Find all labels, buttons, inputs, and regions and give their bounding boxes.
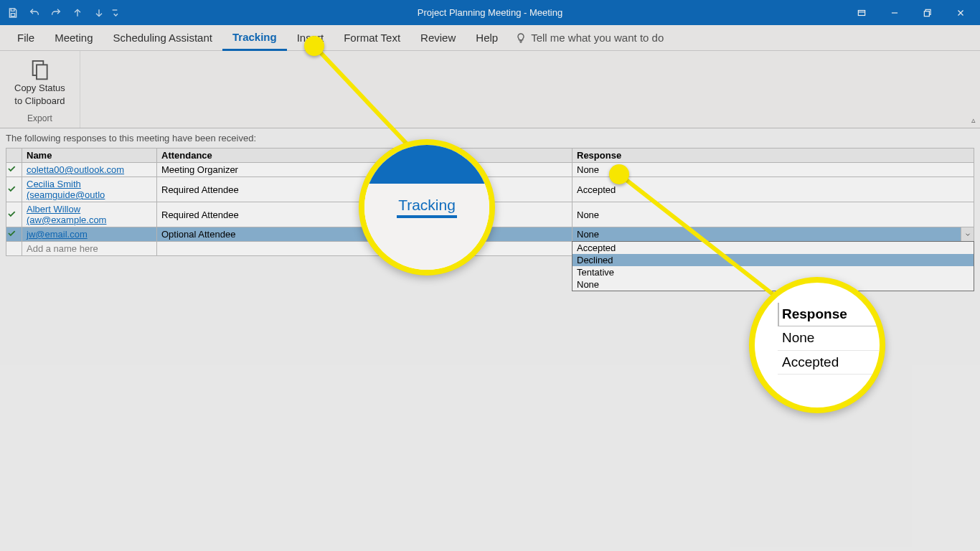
attendee-name-cell[interactable]: jw@email.com	[22, 227, 157, 242]
title-bar: Project Planning Meeting - Meeting	[0, 0, 980, 25]
tab-meeting[interactable]: Meeting	[44, 25, 103, 51]
annotation-highlight-dot	[609, 164, 629, 184]
tell-me-search[interactable]: Tell me what you want to do	[515, 32, 664, 44]
quick-access-toolbar	[3, 3, 122, 23]
add-row-check	[6, 242, 22, 256]
annotation-highlight-dot	[304, 36, 324, 56]
save-icon[interactable]	[3, 3, 23, 23]
attendee-check-icon[interactable]	[6, 227, 22, 242]
copy-status-to-clipboard-button[interactable]: Copy Status to Clipboard	[10, 55, 70, 109]
minimize-button[interactable]	[878, 0, 911, 25]
attendee-check-icon[interactable]	[6, 163, 22, 177]
clipboard-icon	[28, 58, 51, 81]
next-item-icon[interactable]	[89, 3, 109, 23]
svg-rect-5	[37, 65, 47, 79]
dropdown-option[interactable]: Tentative	[573, 266, 974, 278]
ribbon-group-export: Copy Status to Clipboard Export	[0, 51, 80, 128]
tab-review[interactable]: Review	[410, 25, 466, 51]
col-header-response[interactable]: Response	[573, 149, 974, 163]
attendee-check-icon[interactable]	[6, 202, 22, 227]
dropdown-option[interactable]: None	[573, 278, 974, 291]
undo-icon[interactable]	[24, 3, 44, 23]
svg-rect-1	[858, 10, 864, 15]
close-button[interactable]	[944, 0, 977, 25]
response-cell[interactable]: None	[573, 163, 974, 177]
zoom-tracking-label: Tracking	[397, 197, 457, 218]
tab-scheduling-assistant[interactable]: Scheduling Assistant	[103, 25, 222, 51]
col-header-check[interactable]	[6, 149, 22, 163]
attendee-name-cell[interactable]: Albert Willow (aw@example.com	[22, 202, 157, 227]
add-attendance-cell[interactable]	[157, 242, 573, 256]
table-row[interactable]: coletta00@outlook.comMeeting OrganizerNo…	[6, 163, 974, 177]
zoom-response-row: Accepted	[778, 351, 880, 375]
customize-qat-icon[interactable]	[110, 3, 122, 23]
attendee-name-cell[interactable]: Cecilia Smith (seamguide@outlo	[22, 177, 157, 202]
zoom-response-row: None	[778, 326, 880, 350]
annotation-zoom-response-column: Response None Accepted	[749, 277, 885, 413]
collapse-ribbon-icon[interactable]: ▵	[971, 116, 976, 125]
copy-status-label-2: to Clipboard	[14, 95, 65, 107]
tab-format-text[interactable]: Format Text	[334, 25, 410, 51]
copy-status-label-1: Copy Status	[14, 83, 65, 94]
previous-item-icon[interactable]	[67, 3, 88, 23]
attendee-check-icon[interactable]	[6, 177, 22, 202]
ribbon-content: Copy Status to Clipboard Export ▵	[0, 51, 980, 128]
lightbulb-icon	[515, 32, 527, 44]
tab-file[interactable]: File	[7, 25, 44, 51]
tracking-intro-text: The following responses to this meeting …	[0, 128, 980, 148]
annotation-zoom-tracking-tab: Tracking	[359, 139, 495, 276]
dropdown-arrow-icon[interactable]	[961, 227, 974, 241]
tell-me-placeholder: Tell me what you want to do	[531, 32, 664, 44]
window-controls	[845, 0, 977, 25]
ribbon-display-icon[interactable]	[845, 0, 878, 25]
dropdown-option[interactable]: Declined	[573, 254, 974, 266]
tab-help[interactable]: Help	[466, 25, 508, 51]
add-name-input[interactable]: Add a name here	[22, 242, 157, 256]
redo-icon[interactable]	[46, 3, 66, 23]
ribbon-group-name: Export	[27, 113, 52, 126]
svg-rect-0	[11, 13, 14, 16]
response-dropdown-list: AcceptedDeclinedTentativeNone	[572, 241, 974, 291]
response-cell[interactable]: Accepted	[573, 177, 974, 202]
svg-rect-3	[924, 11, 929, 16]
response-cell[interactable]: NoneAcceptedDeclinedTentativeNone	[573, 227, 974, 242]
tab-tracking[interactable]: Tracking	[222, 25, 287, 51]
dropdown-option[interactable]: Accepted	[573, 242, 974, 254]
attendee-name-cell[interactable]: coletta00@outlook.com	[22, 163, 157, 177]
window-title: Project Planning Meeting - Meeting	[418, 7, 562, 18]
ribbon-tab-strip: File Meeting Scheduling Assistant Tracki…	[0, 25, 980, 51]
col-header-name[interactable]: Name	[22, 149, 157, 163]
response-cell[interactable]: None	[573, 202, 974, 227]
attendance-cell[interactable]: Meeting Organizer	[157, 163, 573, 177]
maximize-button[interactable]	[911, 0, 944, 25]
col-header-attendance[interactable]: Attendance	[157, 149, 573, 163]
zoom-response-header: Response	[778, 303, 880, 326]
